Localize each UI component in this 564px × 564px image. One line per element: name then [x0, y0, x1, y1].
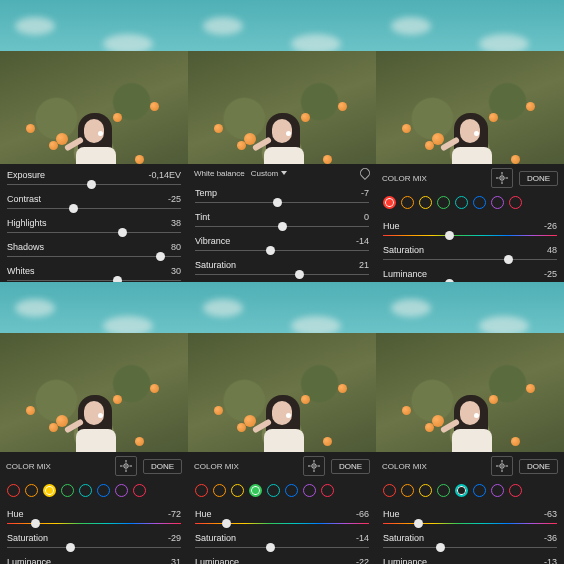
color-swatch[interactable]	[383, 196, 396, 209]
slider-track[interactable]	[383, 546, 557, 549]
color-swatch-row	[0, 480, 188, 503]
slider-knob[interactable]	[278, 222, 287, 231]
done-button[interactable]: DONE	[519, 171, 558, 186]
slider-label: Saturation	[195, 533, 236, 543]
slider-track[interactable]	[7, 546, 181, 549]
color-swatch[interactable]	[97, 484, 110, 497]
chevron-down-icon	[281, 171, 287, 175]
slider-label: Tint	[195, 212, 210, 222]
slider-knob[interactable]	[31, 519, 40, 528]
slider-track[interactable]	[7, 522, 181, 525]
slider-value: 21	[359, 260, 369, 270]
color-swatch[interactable]	[419, 196, 432, 209]
slider-knob[interactable]	[266, 543, 275, 552]
slider-track[interactable]	[383, 234, 557, 237]
slider-knob[interactable]	[273, 198, 282, 207]
color-swatch[interactable]	[61, 484, 74, 497]
slider-track[interactable]	[195, 249, 369, 252]
edit-panel: COLOR MIXDONEHue-26Saturation48Luminance…	[376, 0, 564, 282]
edit-panel: White balanceCustomTemp-7Tint0Vibrance-1…	[188, 0, 376, 282]
color-swatch[interactable]	[473, 484, 486, 497]
slider-value: -7	[361, 188, 369, 198]
color-swatch[interactable]	[231, 484, 244, 497]
slider-track[interactable]	[195, 546, 369, 549]
color-swatch[interactable]	[43, 484, 56, 497]
slider-label: Luminance	[383, 269, 427, 279]
slider-value: 31	[171, 557, 181, 565]
color-swatch[interactable]	[401, 484, 414, 497]
color-swatch[interactable]	[25, 484, 38, 497]
color-swatch[interactable]	[437, 484, 450, 497]
slider-label: Saturation	[7, 533, 48, 543]
target-adjust-button[interactable]	[303, 456, 325, 476]
slider-label: Highlights	[7, 218, 47, 228]
color-swatch[interactable]	[7, 484, 20, 497]
color-swatch[interactable]	[133, 484, 146, 497]
color-swatch[interactable]	[249, 484, 262, 497]
slider-knob[interactable]	[118, 228, 127, 237]
color-swatch[interactable]	[491, 484, 504, 497]
svg-point-7	[125, 465, 127, 467]
color-swatch[interactable]	[491, 196, 504, 209]
color-swatch[interactable]	[383, 484, 396, 497]
color-swatch[interactable]	[115, 484, 128, 497]
color-swatch[interactable]	[79, 484, 92, 497]
done-button[interactable]: DONE	[331, 459, 370, 474]
slider-track[interactable]	[383, 258, 557, 261]
slider-knob[interactable]	[414, 519, 423, 528]
slider-label: Temp	[195, 188, 217, 198]
slider-label: Luminance	[7, 557, 51, 565]
color-swatch[interactable]	[195, 484, 208, 497]
color-swatch[interactable]	[321, 484, 334, 497]
color-mix-title: COLOR MIX	[382, 174, 427, 183]
target-adjust-button[interactable]	[491, 456, 513, 476]
target-adjust-button[interactable]	[491, 168, 513, 188]
slider-value: 30	[171, 266, 181, 276]
color-swatch-row	[188, 480, 376, 503]
slider-track[interactable]	[195, 201, 369, 204]
slider-track[interactable]	[195, 225, 369, 228]
color-swatch[interactable]	[509, 484, 522, 497]
color-swatch[interactable]	[213, 484, 226, 497]
slider-knob[interactable]	[87, 180, 96, 189]
slider-track[interactable]	[7, 255, 181, 258]
color-swatch[interactable]	[437, 196, 450, 209]
color-swatch-row	[376, 480, 564, 503]
slider-track[interactable]	[7, 183, 181, 186]
eyedropper-icon[interactable]	[360, 168, 370, 178]
color-mix-title: COLOR MIX	[6, 462, 51, 471]
svg-point-13	[313, 465, 315, 467]
slider-value: -14	[356, 236, 369, 246]
slider-value: -0,14EV	[148, 170, 181, 180]
slider-knob[interactable]	[295, 270, 304, 279]
color-swatch[interactable]	[267, 484, 280, 497]
white-balance-dropdown[interactable]: Custom	[251, 169, 288, 178]
slider-track[interactable]	[195, 273, 369, 276]
color-swatch[interactable]	[473, 196, 486, 209]
slider-track[interactable]	[7, 207, 181, 210]
slider-track[interactable]	[7, 231, 181, 234]
color-swatch[interactable]	[455, 484, 468, 497]
slider-label: Hue	[383, 509, 400, 519]
slider-label: Saturation	[383, 245, 424, 255]
slider-track[interactable]	[383, 522, 557, 525]
edit-panel: COLOR MIXDONEHue-66Saturation-14Luminanc…	[188, 282, 376, 564]
done-button[interactable]: DONE	[143, 459, 182, 474]
done-button[interactable]: DONE	[519, 459, 558, 474]
slider-knob[interactable]	[266, 246, 275, 255]
color-swatch[interactable]	[455, 196, 468, 209]
color-swatch[interactable]	[509, 196, 522, 209]
slider-value: -36	[544, 533, 557, 543]
color-swatch[interactable]	[419, 484, 432, 497]
slider-value: -72	[168, 509, 181, 519]
slider-value: -26	[544, 221, 557, 231]
slider-knob[interactable]	[66, 543, 75, 552]
target-adjust-button[interactable]	[115, 456, 137, 476]
slider-value: 38	[171, 218, 181, 228]
slider-track[interactable]	[195, 522, 369, 525]
color-swatch[interactable]	[285, 484, 298, 497]
slider-value: -22	[356, 557, 369, 565]
color-swatch[interactable]	[401, 196, 414, 209]
slider-value: -25	[168, 194, 181, 204]
color-swatch[interactable]	[303, 484, 316, 497]
